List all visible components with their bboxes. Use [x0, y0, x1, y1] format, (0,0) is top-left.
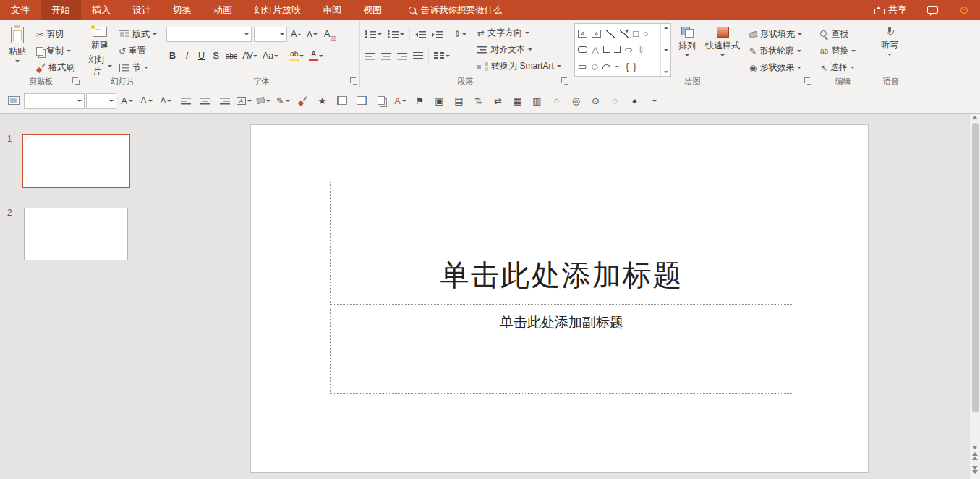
- qat-font-name-caret-icon[interactable]: [77, 100, 82, 102]
- qat-distribute-horizontal-button[interactable]: ⇄: [489, 91, 507, 110]
- qat-display-button[interactable]: [4, 91, 22, 110]
- select-button[interactable]: ↖ 选择: [817, 59, 858, 76]
- numbering-button[interactable]: [385, 29, 406, 40]
- arrange-button[interactable]: 排列: [673, 23, 702, 56]
- tab-home[interactable]: 开始: [41, 0, 81, 20]
- tab-slideshow[interactable]: 幻灯片放映: [243, 0, 312, 20]
- vertical-text-box-shape-icon[interactable]: A: [592, 30, 601, 38]
- format-painter-button[interactable]: 格式刷: [33, 59, 77, 76]
- qat-font-size-combo[interactable]: [86, 93, 116, 109]
- arrow-line-shape-icon[interactable]: [619, 30, 629, 38]
- qat-distribute-vertical-button[interactable]: ⇅: [469, 91, 487, 110]
- vertical-scrollbar[interactable]: [969, 114, 980, 479]
- shape-fill-caret-icon[interactable]: [798, 33, 802, 35]
- qat-send-backward-button[interactable]: [352, 91, 370, 110]
- shape-outline-caret-icon[interactable]: [797, 50, 801, 52]
- italic-button[interactable]: I: [181, 48, 193, 64]
- shape-effects-caret-icon[interactable]: [797, 67, 801, 69]
- underline-button[interactable]: U: [195, 48, 208, 64]
- shapes-gallery[interactable]: A A □ ○ △ ⇨ ⇩: [574, 23, 671, 77]
- font-name-combo[interactable]: [166, 27, 252, 42]
- clipboard-dialog-launcher[interactable]: [72, 77, 80, 85]
- dictate-button[interactable]: 听写: [875, 23, 904, 56]
- justify-button[interactable]: [411, 51, 425, 62]
- text-box-shape-icon[interactable]: A: [578, 30, 587, 38]
- feedback-button[interactable]: ☺: [958, 4, 970, 16]
- triangle-shape-icon[interactable]: △: [592, 44, 599, 55]
- character-spacing-button[interactable]: AV: [241, 48, 259, 64]
- tab-design[interactable]: 设计: [122, 0, 162, 20]
- numbering-caret-icon[interactable]: [400, 33, 404, 35]
- qat-align-right-button[interactable]: [216, 91, 234, 110]
- replace-button[interactable]: ab 替换: [817, 43, 858, 59]
- rectangle-shape-icon[interactable]: □: [633, 28, 639, 39]
- slide-thumbnail-1[interactable]: [22, 134, 130, 188]
- arc-shape-icon[interactable]: [602, 64, 610, 69]
- shape-outline-button[interactable]: ✎ 形状轮廓: [746, 43, 805, 59]
- oval-shape-icon[interactable]: ○: [643, 28, 649, 39]
- convert-to-smartart-button[interactable]: 转换为 SmartArt: [474, 58, 564, 75]
- reset-button[interactable]: ↺ 重置: [116, 43, 160, 59]
- next-slide-button[interactable]: [972, 463, 978, 477]
- line-spacing-button[interactable]: ⇕: [451, 28, 469, 40]
- slide-canvas[interactable]: 单击此处添加标题 单击此处添加副标题: [250, 124, 869, 473]
- font-color-caret-icon[interactable]: [319, 55, 323, 57]
- qat-grow-font-button[interactable]: A: [137, 91, 155, 110]
- font-size-caret-icon[interactable]: [280, 33, 284, 35]
- qat-center-circle-button[interactable]: ⊙: [587, 91, 605, 110]
- columns-caret-icon[interactable]: [446, 55, 450, 57]
- elbow-arrow-connector-shape-icon[interactable]: [614, 46, 621, 53]
- shapes-scroll-up-icon[interactable]: [664, 27, 668, 29]
- new-slide-button[interactable]: 新建 幻灯片: [85, 23, 114, 78]
- scroll-up-arrow-icon[interactable]: [972, 116, 978, 119]
- align-right-button[interactable]: [395, 51, 409, 62]
- tab-review[interactable]: 审阅: [312, 0, 352, 20]
- share-button[interactable]: 共享: [874, 4, 907, 17]
- qat-rows-button[interactable]: ▤: [450, 91, 468, 110]
- qat-align-center-button[interactable]: [196, 91, 214, 110]
- comments-button[interactable]: [927, 5, 938, 16]
- font-size-combo[interactable]: [254, 27, 287, 42]
- line-shape-icon[interactable]: [605, 30, 615, 38]
- shape-effects-button[interactable]: ◉ 形状效果: [746, 59, 805, 76]
- qat-flag-button[interactable]: ⚑: [411, 91, 429, 110]
- subtitle-placeholder[interactable]: 单击此处添加副标题: [330, 308, 793, 394]
- align-left-button[interactable]: [363, 51, 378, 62]
- paste-button[interactable]: 粘贴: [3, 23, 32, 62]
- qat-format-painter-button[interactable]: [294, 91, 312, 110]
- qat-oval-button[interactable]: ○: [547, 91, 566, 110]
- text-direction-button[interactable]: ⇄ 文字方向: [474, 25, 564, 41]
- line-spacing-caret-icon[interactable]: [462, 33, 466, 35]
- text-direction-caret-icon[interactable]: [525, 32, 529, 34]
- down-arrow-shape-icon[interactable]: ⇩: [637, 44, 645, 55]
- align-center-button[interactable]: [379, 51, 393, 62]
- tab-file[interactable]: 文件: [0, 0, 41, 20]
- qat-table-button[interactable]: ▦: [508, 91, 527, 110]
- qat-text-effects-button[interactable]: A: [391, 91, 409, 110]
- font-name-caret-icon[interactable]: [244, 33, 249, 35]
- text-shadow-button[interactable]: S: [210, 48, 222, 64]
- qat-shrink-font-button[interactable]: A: [157, 91, 175, 110]
- qat-duplicate-button[interactable]: [372, 91, 390, 110]
- qat-shape-outline-button[interactable]: ✎: [274, 91, 292, 110]
- bold-button[interactable]: B: [166, 48, 179, 64]
- title-placeholder[interactable]: 单击此处添加标题: [330, 182, 793, 305]
- copy-dropdown-caret-icon[interactable]: [67, 50, 71, 52]
- shapes-scroll-down-icon[interactable]: [664, 49, 668, 51]
- tab-transitions[interactable]: 切换: [162, 0, 203, 20]
- right-brace-shape-icon[interactable]: }: [633, 61, 636, 72]
- align-text-button[interactable]: 对齐文本: [474, 41, 564, 58]
- change-case-button[interactable]: Aa: [261, 48, 280, 64]
- strikethrough-button[interactable]: abc: [224, 48, 239, 64]
- diamond-shape-icon[interactable]: ◇: [591, 61, 598, 72]
- columns-button[interactable]: [432, 51, 452, 62]
- highlight-caret-icon[interactable]: [299, 55, 304, 57]
- qat-effects-button[interactable]: ★: [313, 91, 331, 110]
- quick-styles-button[interactable]: 快速样式: [703, 23, 742, 56]
- section-dropdown-caret-icon[interactable]: [144, 67, 148, 69]
- shape-fill-button[interactable]: 形状填充: [746, 26, 805, 43]
- right-arrow-shape-icon[interactable]: ⇨: [625, 44, 633, 55]
- decrease-indent-button[interactable]: [413, 29, 428, 40]
- select-caret-icon[interactable]: [851, 67, 855, 69]
- qat-filled-circle-button[interactable]: ●: [626, 91, 644, 110]
